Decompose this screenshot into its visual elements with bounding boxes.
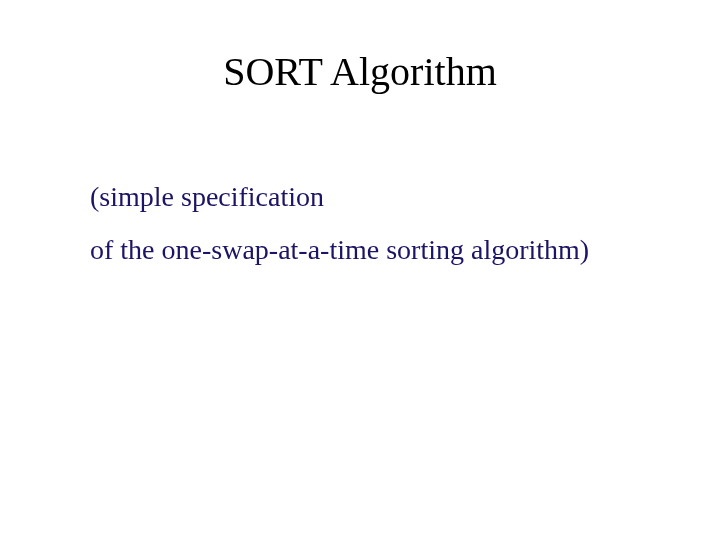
slide-title: SORT Algorithm bbox=[0, 48, 720, 95]
body-line-1: (simple specification bbox=[90, 170, 650, 223]
body-line-2: of the one-swap-at-a-time sorting algori… bbox=[90, 223, 650, 276]
slide-body: (simple specification of the one-swap-at… bbox=[90, 170, 650, 276]
slide: SORT Algorithm (simple specification of … bbox=[0, 0, 720, 540]
